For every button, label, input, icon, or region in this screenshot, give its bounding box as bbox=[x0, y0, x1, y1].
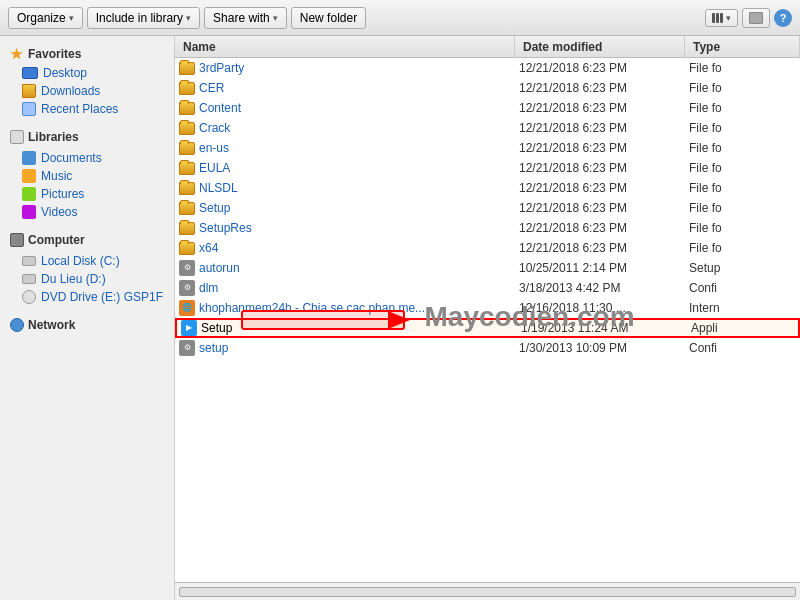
sidebar-item-music[interactable]: Music bbox=[0, 167, 174, 185]
file-date: 12/21/2018 6:23 PM bbox=[519, 221, 689, 235]
pictures-label: Pictures bbox=[41, 187, 84, 201]
column-date-modified[interactable]: Date modified bbox=[515, 36, 685, 57]
file-date: 3/18/2013 4:42 PM bbox=[519, 281, 689, 295]
downloads-label: Downloads bbox=[41, 84, 100, 98]
table-row[interactable]: ▶ Setup 1/19/2013 11:24 AM Appli bbox=[175, 318, 800, 338]
file-name: en-us bbox=[179, 140, 519, 156]
sidebar-item-desktop[interactable]: Desktop bbox=[0, 64, 174, 82]
file-type: File fo bbox=[689, 101, 796, 115]
table-row[interactable]: Crack 12/21/2018 6:23 PM File fo bbox=[175, 118, 800, 138]
sidebar-item-videos[interactable]: Videos bbox=[0, 203, 174, 221]
file-date: 1/19/2013 11:24 AM bbox=[521, 321, 691, 335]
file-name: ⚙ dlm bbox=[179, 280, 519, 296]
file-type: File fo bbox=[689, 161, 796, 175]
file-date: 12/21/2018 6:23 PM bbox=[519, 241, 689, 255]
file-name: SetupRes bbox=[179, 220, 519, 236]
column-type[interactable]: Type bbox=[685, 36, 800, 57]
column-name[interactable]: Name bbox=[175, 36, 515, 57]
dvd-icon bbox=[22, 290, 36, 304]
file-name: x64 bbox=[179, 240, 519, 256]
content-area: Name Date modified Type 3rdParty 12/21/2… bbox=[175, 36, 800, 600]
table-row[interactable]: ⚙ dlm 3/18/2013 4:42 PM Confi bbox=[175, 278, 800, 298]
new-folder-button[interactable]: New folder bbox=[291, 7, 366, 29]
table-row[interactable]: en-us 12/21/2018 6:23 PM File fo bbox=[175, 138, 800, 158]
file-date: 12/21/2018 6:23 PM bbox=[519, 81, 689, 95]
table-row[interactable]: SetupRes 12/21/2018 6:23 PM File fo bbox=[175, 218, 800, 238]
file-name: 3rdParty bbox=[179, 60, 519, 76]
star-icon: ★ bbox=[10, 46, 23, 62]
file-date: 12/21/2018 6:23 PM bbox=[519, 61, 689, 75]
file-type: File fo bbox=[689, 141, 796, 155]
file-name: CER bbox=[179, 80, 519, 96]
pictures-icon bbox=[22, 187, 36, 201]
organize-button[interactable]: Organize ▾ bbox=[8, 7, 83, 29]
organize-label: Organize bbox=[17, 11, 66, 25]
include-library-button[interactable]: Include in library ▾ bbox=[87, 7, 200, 29]
new-folder-label: New folder bbox=[300, 11, 357, 25]
share-with-button[interactable]: Share with ▾ bbox=[204, 7, 287, 29]
folder-icon bbox=[179, 160, 195, 176]
file-type: File fo bbox=[689, 241, 796, 255]
local-disk-label: Local Disk (C:) bbox=[41, 254, 120, 268]
table-row[interactable]: Content 12/21/2018 6:23 PM File fo bbox=[175, 98, 800, 118]
recent-places-label: Recent Places bbox=[41, 102, 118, 116]
include-library-label: Include in library bbox=[96, 11, 183, 25]
table-row[interactable]: 3rdParty 12/21/2018 6:23 PM File fo bbox=[175, 58, 800, 78]
folder-icon bbox=[179, 140, 195, 156]
include-library-chevron: ▾ bbox=[186, 13, 191, 23]
file-name: ▶ Setup bbox=[181, 320, 521, 336]
folder-icon bbox=[179, 240, 195, 256]
file-name: Crack bbox=[179, 120, 519, 136]
file-type: Confi bbox=[689, 281, 796, 295]
folder-icon bbox=[179, 180, 195, 196]
sidebar-item-recent-places[interactable]: Recent Places bbox=[0, 100, 174, 118]
file-name: Content bbox=[179, 100, 519, 116]
favorites-section: ★ Favorites bbox=[0, 42, 174, 64]
file-date: 12/21/2018 6:23 PM bbox=[519, 201, 689, 215]
music-label: Music bbox=[41, 169, 72, 183]
file-type: File fo bbox=[689, 181, 796, 195]
documents-icon bbox=[22, 151, 36, 165]
share-with-label: Share with bbox=[213, 11, 270, 25]
recent-places-icon bbox=[22, 102, 36, 116]
table-row[interactable]: ⚙ autorun 10/25/2011 2:14 PM Setup bbox=[175, 258, 800, 278]
table-row[interactable]: 🌐 khophanmem24h - Chia se cac phan me...… bbox=[175, 298, 800, 318]
local-disk-icon bbox=[22, 256, 36, 266]
network-icon bbox=[10, 318, 24, 332]
config-icon: ⚙ bbox=[179, 280, 195, 296]
table-row[interactable]: x64 12/21/2018 6:23 PM File fo bbox=[175, 238, 800, 258]
sidebar-item-documents[interactable]: Documents bbox=[0, 149, 174, 167]
view-details-button[interactable]: ▾ bbox=[705, 9, 738, 27]
table-row[interactable]: Setup 12/21/2018 6:23 PM File fo bbox=[175, 198, 800, 218]
table-row[interactable]: NLSDL 12/21/2018 6:23 PM File fo bbox=[175, 178, 800, 198]
preview-pane-button[interactable] bbox=[742, 8, 770, 28]
file-type: Confi bbox=[689, 341, 796, 355]
table-row[interactable]: CER 12/21/2018 6:23 PM File fo bbox=[175, 78, 800, 98]
file-date: 12/21/2018 6:23 PM bbox=[519, 181, 689, 195]
file-type: Intern bbox=[689, 301, 796, 315]
file-name: EULA bbox=[179, 160, 519, 176]
sidebar-item-local-disk[interactable]: Local Disk (C:) bbox=[0, 252, 174, 270]
organize-chevron: ▾ bbox=[69, 13, 74, 23]
sidebar-item-dvd[interactable]: DVD Drive (E:) GSP1F bbox=[0, 288, 174, 306]
details-icon bbox=[712, 13, 723, 23]
table-row[interactable]: EULA 12/21/2018 6:23 PM File fo bbox=[175, 158, 800, 178]
du-lieu-icon bbox=[22, 274, 36, 284]
folder-icon bbox=[179, 120, 195, 136]
dvd-label: DVD Drive (E:) GSP1F bbox=[41, 290, 163, 304]
share-with-chevron: ▾ bbox=[273, 13, 278, 23]
preview-icon bbox=[749, 12, 763, 24]
help-icon[interactable]: ? bbox=[774, 9, 792, 27]
table-row[interactable]: ⚙ setup 1/30/2013 10:09 PM Confi bbox=[175, 338, 800, 358]
horizontal-scrollbar[interactable] bbox=[179, 587, 796, 597]
file-type: Setup bbox=[689, 261, 796, 275]
file-name: NLSDL bbox=[179, 180, 519, 196]
file-date: 10/25/2011 2:14 PM bbox=[519, 261, 689, 275]
file-date: 12/21/2018 6:23 PM bbox=[519, 141, 689, 155]
sidebar-item-du-lieu[interactable]: Du Lieu (D:) bbox=[0, 270, 174, 288]
desktop-icon bbox=[22, 67, 38, 79]
folder-icon bbox=[179, 100, 195, 116]
sidebar-item-downloads[interactable]: Downloads bbox=[0, 82, 174, 100]
du-lieu-label: Du Lieu (D:) bbox=[41, 272, 106, 286]
sidebar-item-pictures[interactable]: Pictures bbox=[0, 185, 174, 203]
